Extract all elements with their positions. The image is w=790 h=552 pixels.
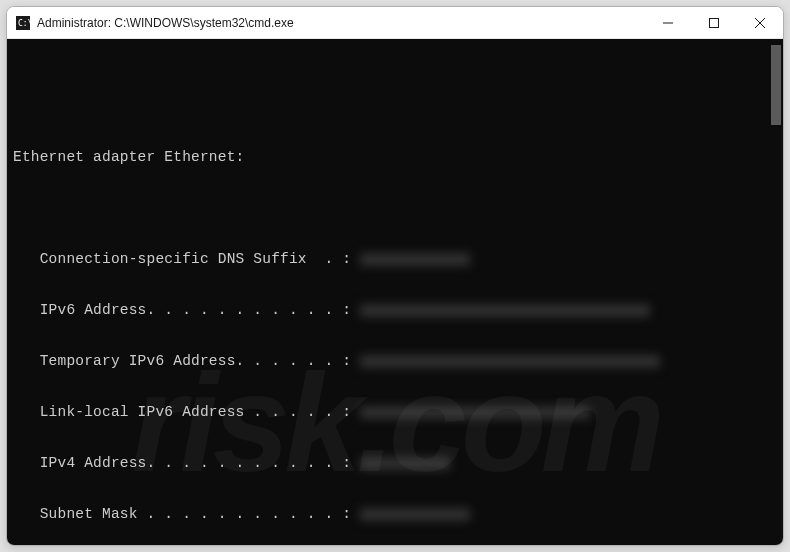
redacted-value: xxxxxxxxxxxxxxxxxxxxxxxxxxxxx — [360, 355, 660, 368]
config-line: Subnet Mask . . . . . . . . . . . : xxxx… — [13, 506, 783, 523]
redacted-value: xxxxxxxxxx — [360, 253, 470, 266]
config-line: Connection-specific DNS Suffix . : xxxxx… — [13, 251, 783, 268]
config-line: IPv4 Address. . . . . . . . . . . : xxxx… — [13, 455, 783, 472]
svg-text:C:\: C:\ — [18, 19, 30, 28]
maximize-button[interactable] — [691, 7, 737, 38]
minimize-button[interactable] — [645, 7, 691, 38]
redacted-value: xxxxxxxxxxxxxxxxxxxxxxxxxxxx — [360, 304, 650, 317]
window-title: Administrator: C:\WINDOWS\system32\cmd.e… — [37, 16, 294, 30]
terminal-body[interactable]: Ethernet adapter Ethernet: Connection-sp… — [7, 39, 783, 545]
config-line: Link-local IPv6 Address . . . . . : xxxx… — [13, 404, 783, 421]
config-label: Subnet Mask . . . . . . . . . . . : — [13, 506, 351, 522]
config-label: IPv4 Address. . . . . . . . . . . : — [13, 455, 351, 471]
redacted-value: xxxxxxxxxx — [360, 508, 470, 521]
config-label: IPv6 Address. . . . . . . . . . . : — [13, 302, 351, 318]
config-line: Temporary IPv6 Address. . . . . . : xxxx… — [13, 353, 783, 370]
config-line: IPv6 Address. . . . . . . . . . . : xxxx… — [13, 302, 783, 319]
close-button[interactable] — [737, 7, 783, 38]
config-label: Connection-specific DNS Suffix . : — [13, 251, 351, 267]
maximize-icon — [709, 18, 719, 28]
redacted-value: xxxxxxxxxxxxxxxxxxxxxx — [360, 406, 590, 419]
close-icon — [755, 18, 765, 28]
svg-rect-3 — [710, 18, 719, 27]
titlebar[interactable]: C:\ Administrator: C:\WINDOWS\system32\c… — [7, 7, 783, 39]
scrollbar-thumb[interactable] — [771, 45, 781, 125]
redacted-value: xxxxxxxx — [360, 457, 450, 470]
config-label: Temporary IPv6 Address. . . . . . : — [13, 353, 351, 369]
minimize-icon — [663, 18, 673, 28]
config-label: Link-local IPv6 Address . . . . . : — [13, 404, 351, 420]
cmd-icon: C:\ — [15, 15, 31, 31]
adapter-header: Ethernet adapter Ethernet: — [13, 149, 783, 166]
window-controls — [645, 7, 783, 38]
cmd-window: C:\ Administrator: C:\WINDOWS\system32\c… — [6, 6, 784, 546]
